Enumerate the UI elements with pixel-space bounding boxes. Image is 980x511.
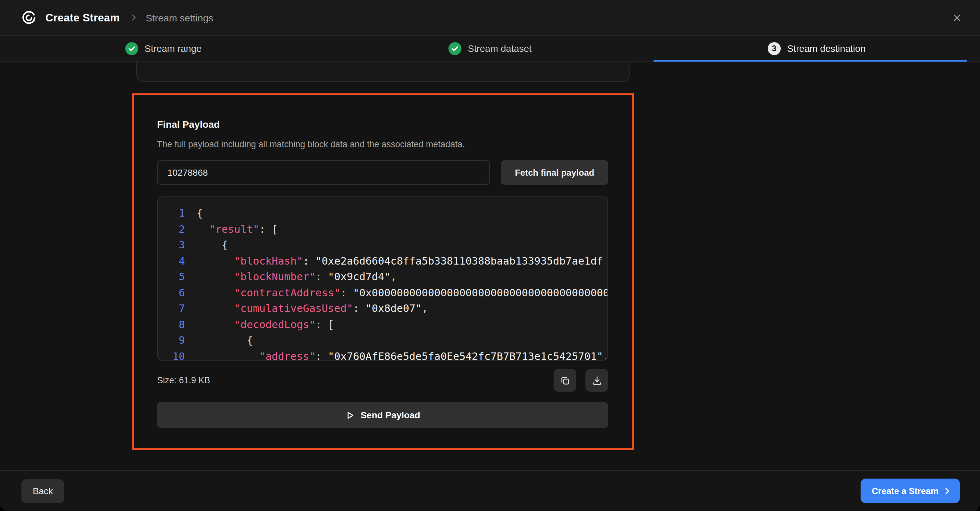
code-line: 4 "blockHash": "0xe2a6d6604c8ffa5b338110… (168, 253, 608, 269)
breadcrumb-chevron-icon (129, 13, 138, 22)
fetch-final-payload-button[interactable]: Fetch final payload (501, 160, 608, 185)
chevron-right-icon (943, 487, 951, 495)
step-stream-destination[interactable]: 3 Stream destination (653, 36, 980, 61)
footer: Back Create a Stream (0, 470, 980, 511)
quicknode-logo-icon (21, 10, 37, 25)
header: Create Stream Stream settings (0, 0, 980, 36)
send-payload-label: Send Payload (361, 410, 420, 420)
close-icon (952, 13, 961, 22)
stepper: Stream range Stream dataset 3 Stream des… (0, 36, 980, 62)
breadcrumb: Stream settings (146, 12, 213, 23)
play-icon (345, 410, 355, 420)
previous-section-card (136, 62, 630, 82)
step-stream-dataset[interactable]: Stream dataset (327, 36, 654, 61)
copy-icon (560, 375, 570, 386)
step-stream-range[interactable]: Stream range (0, 36, 327, 61)
close-button[interactable] (946, 7, 967, 28)
code-line: 6 "contractAddress": "0x0000000000000000… (168, 285, 608, 301)
step-number-badge: 3 (768, 42, 781, 55)
code-line: 5 "blockNumber": "0x9cd7d4", (168, 269, 608, 285)
download-button[interactable] (585, 369, 608, 392)
step-label: Stream range (145, 43, 202, 54)
payload-size-label: Size: 61.9 KB (157, 376, 210, 385)
section-description: The full payload including all matching … (157, 139, 608, 150)
send-payload-button[interactable]: Send Payload (157, 402, 608, 428)
code-line: 3 { (168, 237, 608, 253)
back-button[interactable]: Back (21, 479, 64, 503)
code-line: 2 "result": [ (168, 221, 608, 237)
code-line: 10 "address": "0x760AfE86e5de5fa0Ee542fc… (168, 349, 608, 360)
code-line: 8 "decodedLogs": [ (168, 317, 608, 333)
copy-button[interactable] (554, 369, 576, 392)
payload-input-row: Fetch final payload (157, 160, 608, 185)
payload-code-block[interactable]: 1{2 "result": [3 {4 "blockHash": "0xe2a6… (157, 197, 608, 360)
create-stream-window: Create Stream Stream settings Stream ran… (0, 0, 980, 511)
main-content: Final Payload The full payload including… (0, 62, 980, 470)
create-stream-label: Create a Stream (872, 486, 939, 496)
create-stream-button[interactable]: Create a Stream (861, 479, 960, 503)
step-label: Stream dataset (468, 43, 532, 54)
step-label: Stream destination (787, 43, 866, 54)
final-payload-annotation-box: Final Payload The full payload including… (132, 94, 634, 450)
page-title: Create Stream (45, 11, 120, 24)
payload-size-row: Size: 61.9 KB (157, 369, 608, 392)
download-icon (592, 375, 602, 386)
code-line: 7 "cumulativeGasUsed": "0x8de07", (168, 301, 608, 317)
block-number-input[interactable] (157, 160, 490, 185)
code-line: 9 { (168, 333, 608, 349)
check-circle-icon (125, 42, 138, 55)
section-title: Final Payload (157, 119, 608, 130)
check-circle-icon (449, 42, 461, 55)
code-line: 1{ (168, 206, 608, 221)
